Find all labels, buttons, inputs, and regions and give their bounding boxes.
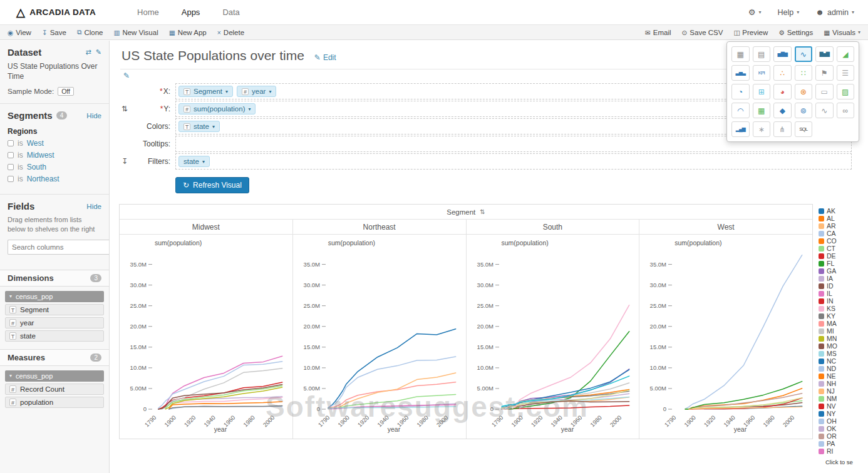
visual-type-rows[interactable]: ☰: [837, 65, 855, 81]
visual-type-link[interactable]: ∞: [837, 103, 855, 118]
pill-state[interactable]: state▾: [178, 156, 210, 167]
legend-item-in[interactable]: IN: [819, 297, 867, 305]
visual-type-areas[interactable]: ◢: [837, 46, 855, 62]
visual-type-heatmap[interactable]: ▨: [837, 84, 855, 99]
legend-item-id[interactable]: ID: [819, 282, 867, 290]
field-year[interactable]: #year: [5, 317, 104, 328]
field-segment[interactable]: TSegment: [5, 304, 104, 315]
visual-type-pie[interactable]: ◕: [773, 84, 792, 99]
toolbar-settings[interactable]: ⚙Settings: [778, 29, 813, 36]
visual-type-scatter[interactable]: ∷: [795, 65, 813, 81]
visual-type-network[interactable]: ∗: [753, 121, 771, 137]
segment-link-midwest[interactable]: Midwest: [27, 151, 54, 160]
legend-item-ok[interactable]: OK: [819, 425, 867, 432]
visual-type-gauge[interactable]: ◠: [731, 103, 750, 118]
legend-item-nh[interactable]: NH: [819, 380, 867, 387]
legend-item-ak[interactable]: AK: [819, 207, 867, 215]
legend-item-mo[interactable]: MO: [819, 342, 867, 350]
legend-item-ny[interactable]: NY: [819, 410, 867, 417]
field-record-count[interactable]: #Record Count: [5, 384, 104, 395]
legend-item-ks[interactable]: KS: [819, 305, 867, 312]
visual-type-map[interactable]: ◆: [773, 103, 792, 118]
visual-type-kpi[interactable]: KPI: [753, 65, 771, 81]
legend-item-al[interactable]: AL: [819, 215, 867, 222]
checkbox[interactable]: [8, 140, 14, 146]
toolbar-clone[interactable]: ⧉Clone: [77, 28, 103, 36]
legend-item-co[interactable]: CO: [819, 237, 867, 245]
legend-item-oh[interactable]: OH: [819, 417, 867, 425]
edit-dataset-icon[interactable]: ✎: [96, 48, 101, 56]
toolbar-save-csv[interactable]: ⊙Save CSV: [682, 29, 723, 36]
toolbar-new-app[interactable]: ▦New App: [169, 29, 207, 36]
legend-item-nm[interactable]: NM: [819, 395, 867, 402]
segment-link-south[interactable]: South: [27, 163, 46, 171]
legend-item-pa[interactable]: PA: [819, 440, 867, 447]
legend-item-ri[interactable]: RI: [819, 447, 867, 455]
toolbar-preview[interactable]: ◫Preview: [733, 29, 768, 36]
legend-item-il[interactable]: IL: [819, 290, 867, 297]
toolbar-visuals[interactable]: ▦Visuals▾: [824, 29, 860, 36]
toolbar-email[interactable]: ✉Email: [645, 29, 671, 36]
visual-type-sql[interactable]: SQL: [795, 121, 813, 137]
nav-home[interactable]: Home: [137, 8, 159, 17]
refresh-visual-button[interactable]: ↻ Refresh Visual: [175, 177, 249, 193]
toolbar-view[interactable]: ◉View: [8, 29, 31, 36]
download-icon[interactable]: ↧: [121, 157, 135, 166]
pill-state[interactable]: Tstate▾: [178, 121, 220, 132]
user-menu[interactable]: ☻ admin ▾: [815, 8, 854, 17]
toolbar-delete[interactable]: ×Delete: [217, 29, 244, 36]
visual-type-combined-bar-line[interactable]: ▇▅▇: [815, 46, 834, 62]
legend-item-ma[interactable]: MA: [819, 320, 867, 327]
field-population[interactable]: #population: [5, 397, 104, 408]
legend-item-ca[interactable]: CA: [819, 230, 867, 237]
visual-type-bars[interactable]: ▅▇▆: [773, 46, 792, 62]
visual-type-donut[interactable]: ◔: [731, 84, 750, 99]
visual-type-box-plot[interactable]: ▭: [815, 84, 834, 99]
visual-type-table[interactable]: ▦: [731, 46, 750, 62]
legend-item-nj[interactable]: NJ: [819, 387, 867, 395]
visual-type-sparklines[interactable]: ∿: [815, 103, 834, 118]
segment-link-northeast[interactable]: Northeast: [27, 175, 59, 183]
toolbar-new-visual[interactable]: ▥New Visual: [113, 29, 158, 36]
legend-item-nd[interactable]: ND: [819, 365, 867, 372]
measures-group-bar[interactable]: ▾ census_pop: [5, 370, 104, 382]
checkbox[interactable]: [8, 176, 14, 182]
legend-item-nc[interactable]: NC: [819, 357, 867, 365]
segments-hide-link[interactable]: Hide: [86, 112, 101, 120]
toolbar-save[interactable]: ↧Save: [42, 29, 66, 36]
visual-type-dendrogram[interactable]: ⋔: [773, 121, 792, 137]
visual-type-histogram[interactable]: ▂▄▆: [731, 121, 750, 137]
visual-type-data-table[interactable]: ▤: [753, 46, 771, 62]
legend-item-ms[interactable]: MS: [819, 350, 867, 357]
legend-item-ky[interactable]: KY: [819, 312, 867, 320]
legend-item-nv[interactable]: NV: [819, 402, 867, 410]
legend-item-ga[interactable]: GA: [819, 267, 867, 275]
legend-item-ct[interactable]: CT: [819, 245, 867, 252]
search-input[interactable]: [8, 240, 110, 255]
legend-item-fl[interactable]: FL: [819, 260, 867, 267]
shuffle-icon[interactable]: ⇄: [86, 48, 91, 56]
nav-apps[interactable]: Apps: [182, 8, 200, 17]
swap-icon[interactable]: ⇅: [121, 104, 135, 113]
edit-title-link[interactable]: ✎ Edit: [314, 53, 336, 62]
visual-type-lines[interactable]: ∿: [795, 46, 813, 62]
pill-year[interactable]: #year▾: [237, 86, 276, 97]
dimensions-group-bar[interactable]: ▾ census_pop: [5, 291, 104, 302]
legend-item-ia[interactable]: IA: [819, 275, 867, 282]
visual-type-bubble-map[interactable]: ⊚: [795, 103, 813, 118]
brand-logo[interactable]: △ ARCADIA DATA: [16, 7, 96, 18]
segment-link-west[interactable]: West: [27, 139, 44, 148]
pill-sum-population[interactable]: #sum(population)▾: [178, 103, 256, 114]
dataset-name[interactable]: US State Populations Over Time: [8, 62, 101, 81]
legend-item-de[interactable]: DE: [819, 252, 867, 260]
visual-type-trellis[interactable]: ⊞: [753, 84, 771, 99]
legend-item-ne[interactable]: NE: [819, 372, 867, 380]
settings-menu[interactable]: ⚙ ▾: [748, 8, 762, 17]
help-menu[interactable]: Help ▾: [778, 8, 800, 17]
fields-hide-link[interactable]: Hide: [86, 203, 101, 210]
visual-type-calendar-heatmap[interactable]: ▦: [753, 103, 771, 118]
field-state[interactable]: Tstate: [5, 330, 104, 342]
pill-segment[interactable]: TSegment▾: [178, 86, 233, 97]
visual-type-grouped-bars[interactable]: ▃▅▃: [731, 65, 750, 81]
nav-data[interactable]: Data: [222, 8, 239, 17]
